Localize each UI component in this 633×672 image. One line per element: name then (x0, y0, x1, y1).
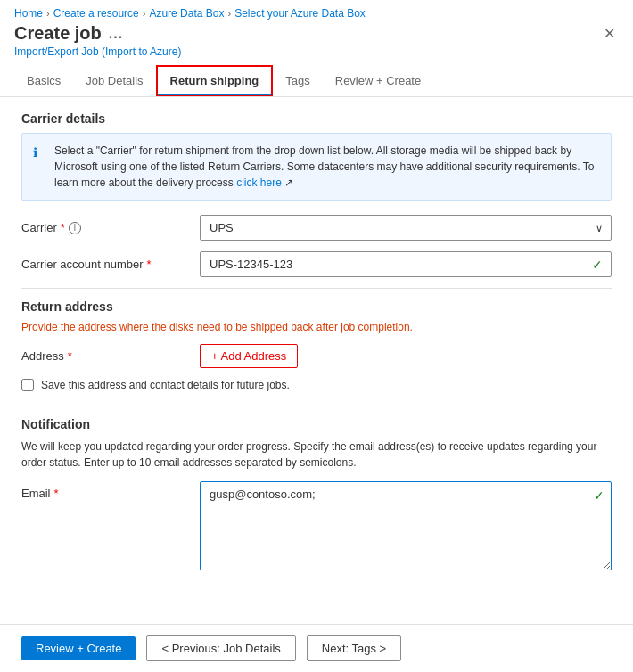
address-label: Address * (21, 349, 200, 363)
content-area: Carrier details ℹ Select a "Carrier" for… (0, 111, 633, 624)
return-address-title: Return address (21, 299, 612, 314)
page-container: Home › Create a resource › Azure Data Bo… (0, 0, 633, 672)
carrier-account-label: Carrier account number * (21, 258, 200, 271)
page-subtitle: Import/Export Job (Import to Azure) (14, 45, 181, 58)
external-link-icon: ↗ (284, 176, 293, 189)
carrier-account-wrap: ✓ (200, 251, 612, 277)
page-header: Create job ... Import/Export Job (Import… (0, 23, 633, 65)
tab-basics[interactable]: Basics (14, 65, 73, 96)
address-row: Address * + Add Address (21, 344, 612, 368)
carrier-account-row: Carrier account number * ✓ (21, 251, 612, 277)
click-here-link[interactable]: click here (236, 176, 282, 189)
page-title: Create job ... (14, 23, 181, 44)
carrier-info-text: Select a "Carrier" for return shipment f… (54, 143, 600, 191)
carrier-row: Carrier * i UPS FedEx DHL ∨ (21, 215, 612, 241)
notification-section: Notification We will keep you updated re… (21, 417, 612, 573)
review-create-button[interactable]: Review + Create (21, 636, 136, 660)
save-address-checkbox[interactable] (21, 379, 34, 391)
breadcrumb-home[interactable]: Home (14, 7, 43, 20)
tab-review-create[interactable]: Review + Create (323, 65, 433, 96)
return-address-desc: Provide the address where the disks need… (21, 321, 612, 333)
email-textarea-wrap: gusp@contoso.com; ✓ (200, 481, 612, 573)
tab-job-details[interactable]: Job Details (73, 65, 155, 96)
tab-return-shipping[interactable]: Return shipping (156, 65, 274, 96)
carrier-select[interactable]: UPS FedEx DHL (200, 215, 612, 241)
tab-tags[interactable]: Tags (273, 65, 322, 96)
carrier-select-wrap: UPS FedEx DHL ∨ (200, 215, 612, 241)
section-divider (21, 288, 612, 289)
breadcrumb: Home › Create a resource › Azure Data Bo… (0, 0, 633, 23)
info-icon: ℹ (33, 143, 47, 191)
email-textarea[interactable]: gusp@contoso.com; (200, 481, 612, 570)
tab-bar: Basics Job Details Return shipping Tags … (0, 65, 633, 97)
email-row: Email * gusp@contoso.com; ✓ (21, 481, 612, 573)
previous-button[interactable]: < Previous: Job Details (146, 635, 295, 661)
title-text: Create job (14, 23, 102, 44)
carrier-label: Carrier * i (21, 221, 200, 234)
notification-title: Notification (21, 417, 612, 431)
more-options-icon[interactable]: ... (109, 26, 123, 42)
save-address-row: Save this address and contact details fo… (21, 379, 612, 391)
notification-divider (21, 406, 612, 406)
notification-desc: We will keep you updated regarding your … (21, 438, 612, 471)
return-address-section: Return address Provide the address where… (21, 299, 612, 391)
email-check-icon: ✓ (594, 488, 604, 503)
carrier-account-input[interactable] (200, 251, 612, 277)
next-button[interactable]: Next: Tags > (307, 635, 401, 661)
carrier-info-box: ℹ Select a "Carrier" for return shipment… (21, 133, 612, 201)
save-address-label[interactable]: Save this address and contact details fo… (41, 379, 290, 391)
breadcrumb-azure-data-box[interactable]: Azure Data Box (149, 7, 224, 20)
account-check-icon: ✓ (592, 258, 603, 272)
carrier-info-circle[interactable]: i (69, 222, 81, 234)
breadcrumb-select-data-box[interactable]: Select your Azure Data Box (234, 7, 366, 20)
breadcrumb-create-resource[interactable]: Create a resource (53, 7, 139, 20)
footer: Review + Create < Previous: Job Details … (0, 624, 633, 672)
email-label: Email * (21, 487, 200, 500)
add-address-wrap: + Add Address (200, 344, 298, 368)
add-address-button[interactable]: + Add Address (200, 344, 298, 368)
carrier-details-title: Carrier details (21, 111, 612, 126)
close-button[interactable]: ✕ (600, 23, 619, 45)
